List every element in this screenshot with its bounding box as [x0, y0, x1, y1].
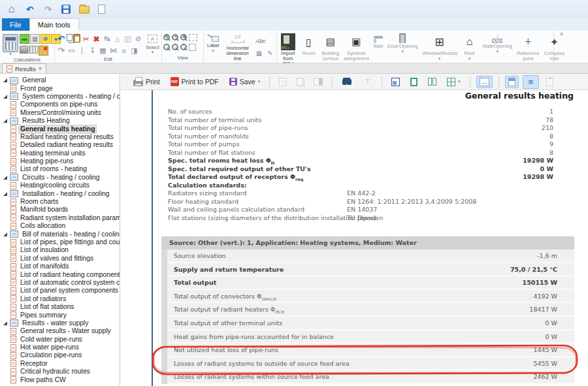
zoom-all-icon[interactable] — [180, 34, 187, 40]
open-icon[interactable] — [79, 6, 90, 14]
zoom-window-icon[interactable] — [189, 34, 197, 41]
hatch-icon[interactable] — [98, 46, 108, 56]
tree-item[interactable]: List of panel system components — [0, 287, 120, 295]
tree-group[interactable]: Results - water supply — [0, 319, 120, 327]
tree-item[interactable]: Manifold boards — [0, 206, 120, 214]
find-button[interactable] — [338, 77, 355, 87]
door-opening-button[interactable]: Door/Opening▾ — [385, 32, 420, 54]
tree-item[interactable]: Hot water pipe-runs — [0, 344, 120, 351]
select-button[interactable]: A Select ▾ — [146, 32, 159, 54]
tree-group[interactable]: System components - heating / cooling — [0, 93, 120, 101]
page-fit-button[interactable] — [407, 76, 421, 88]
results-icon[interactable] — [39, 46, 48, 56]
expander-icon[interactable] — [3, 233, 7, 236]
vline-icon[interactable] — [77, 46, 87, 56]
slab-opening-button[interactable]: Slab/Opening▾ — [481, 32, 514, 54]
tree-item[interactable]: Heating/cooling circuits — [0, 182, 120, 189]
tree-item[interactable]: List of automatic control system compo — [0, 279, 120, 287]
tree-item[interactable]: Components on pipe-runs — [0, 101, 120, 108]
equal-icon[interactable] — [119, 46, 129, 56]
tab-main-tools[interactable]: Main tools — [29, 18, 79, 31]
printer-button[interactable]: Print — [130, 76, 163, 88]
tree-item[interactable]: List of radiators — [0, 295, 120, 303]
tree-item[interactable]: Mixers/Control/mixing units — [0, 109, 120, 117]
tree-item[interactable]: List of manifolds — [0, 263, 120, 270]
expander-icon[interactable] — [3, 95, 7, 99]
tree-group[interactable]: Results Heating — [0, 117, 120, 125]
symbols-assignment-button[interactable]: Symbols assignment — [342, 32, 370, 61]
clipboard-button[interactable] — [543, 76, 557, 88]
page-multi-button[interactable]: ▾ — [444, 76, 464, 88]
grid-icon[interactable] — [254, 48, 264, 58]
zoom-obj-icon[interactable] — [172, 44, 178, 50]
page-two-button[interactable] — [425, 76, 440, 88]
project-green-icon[interactable] — [20, 34, 29, 44]
tree-group[interactable]: Bill of materials - heating / cooling — [0, 230, 120, 238]
tree-item[interactable]: General results - Water supply — [0, 327, 120, 335]
params-panel-button[interactable] — [310, 76, 326, 88]
down-icon[interactable] — [88, 46, 97, 56]
tree-item[interactable]: List of pipes, pipe fittings and couplin… — [0, 238, 120, 246]
zoom-sel-icon[interactable] — [180, 44, 187, 50]
tree-item[interactable]: List of radiant heating components — [0, 270, 120, 278]
expander-icon[interactable] — [3, 119, 7, 123]
outline-list-button[interactable] — [523, 75, 539, 89]
tree-item[interactable]: Pipes summary — [0, 311, 120, 319]
roof-button[interactable]: Roof▾ — [459, 32, 480, 61]
tree-item[interactable]: List of rooms - heating — [0, 165, 120, 173]
tree-group[interactable]: General — [0, 76, 120, 84]
paste-icon[interactable] — [73, 34, 80, 42]
expander-icon[interactable] — [3, 192, 7, 196]
doc-tab-results[interactable]: Results × — [2, 63, 46, 73]
redo-icon[interactable] — [56, 46, 66, 56]
calculator-icon[interactable] — [3, 34, 18, 52]
tree-item[interactable]: Critical hydraulic routes — [0, 368, 120, 376]
raise-icon[interactable] — [112, 34, 122, 44]
stamp-icon[interactable] — [20, 46, 28, 54]
page-header-button[interactable] — [505, 76, 519, 88]
delete-icon[interactable] — [91, 34, 101, 44]
room-button[interactable]: Room — [298, 32, 319, 56]
expander-icon[interactable] — [3, 176, 7, 180]
copy-page-button[interactable] — [293, 76, 306, 88]
tree-item[interactable]: Coils allocation — [0, 222, 120, 230]
redo-icon[interactable] — [43, 5, 53, 14]
undo-icon[interactable] — [56, 34, 66, 44]
reference-point-button[interactable]: Reference point — [515, 32, 542, 61]
horizontal-dimension-line-button[interactable]: 2.0 Horizontal dimension line ▾ — [223, 33, 252, 66]
tree-item[interactable]: General results heating — [0, 125, 120, 133]
pdf-button[interactable]: Print to PDF — [167, 75, 222, 88]
new-doc-icon[interactable] — [98, 5, 105, 14]
tree-item[interactable]: Room charts — [0, 198, 120, 206]
tree-item[interactable]: Receptor — [0, 360, 120, 368]
expander-icon[interactable] — [3, 321, 7, 325]
tab-file[interactable]: File — [2, 18, 29, 31]
tree-item[interactable]: List of flat stations — [0, 303, 120, 311]
save-purple-button[interactable]: Save▾ — [226, 76, 263, 88]
pan-icon[interactable] — [189, 44, 196, 51]
abc-text-icon[interactable]: Abc — [254, 36, 267, 46]
tree-item[interactable]: Circulation pipe-runs — [0, 351, 120, 359]
undo-icon[interactable] — [25, 5, 35, 14]
window-recess-button[interactable]: Window/Recess▾ — [421, 32, 459, 61]
frame-icon[interactable] — [67, 46, 76, 56]
fit-width-button[interactable] — [476, 76, 493, 88]
tree-item[interactable]: Front page — [0, 84, 120, 92]
app-home-icon[interactable] — [7, 5, 16, 14]
tree-item[interactable]: Heating terminal units — [0, 150, 120, 157]
tree-item[interactable]: Radiant system installation parameters — [0, 214, 120, 222]
tree-item[interactable]: List of insulation — [0, 246, 120, 254]
tree-item[interactable]: Radiant heating general results — [0, 133, 120, 141]
zoom-in-icon[interactable] — [163, 34, 170, 40]
tree-group[interactable]: Installation - heating / cooling — [0, 189, 120, 197]
wall-button[interactable]: Wall — [372, 32, 385, 49]
tree-item[interactable]: Detailed radiant heating results — [0, 141, 120, 149]
tree-item[interactable]: Cold water pipe-runs — [0, 336, 120, 344]
zoom-prev-icon[interactable] — [163, 44, 170, 50]
stretch-icon[interactable] — [102, 34, 112, 44]
cooling-icon[interactable] — [41, 34, 50, 44]
tree-group[interactable]: Circuits - heating / cooling — [0, 174, 120, 182]
building-contour-button[interactable]: Building contour — [319, 32, 341, 61]
tree-item[interactable]: List of valves and fittings — [0, 255, 120, 263]
radiator-icon[interactable] — [29, 46, 38, 54]
